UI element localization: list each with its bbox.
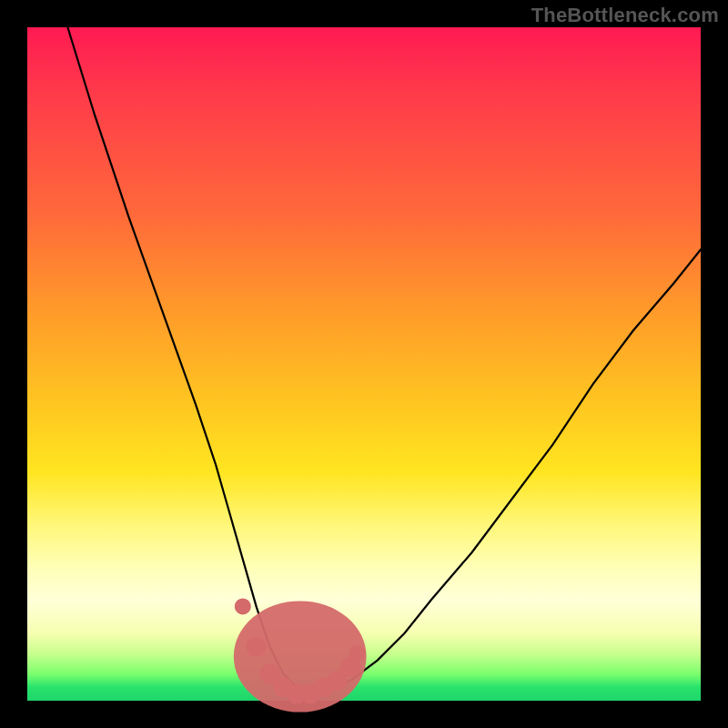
chart-stage: TheBottleneck.com [0, 0, 728, 728]
marker-point [349, 645, 366, 662]
bottleneck-curve [67, 27, 701, 694]
watermark-text: TheBottleneck.com [531, 4, 719, 27]
marker-point [235, 598, 251, 614]
plot-area [27, 27, 701, 701]
marker-group [234, 598, 367, 712]
marker-point [247, 637, 267, 657]
curve-layer [27, 27, 701, 701]
